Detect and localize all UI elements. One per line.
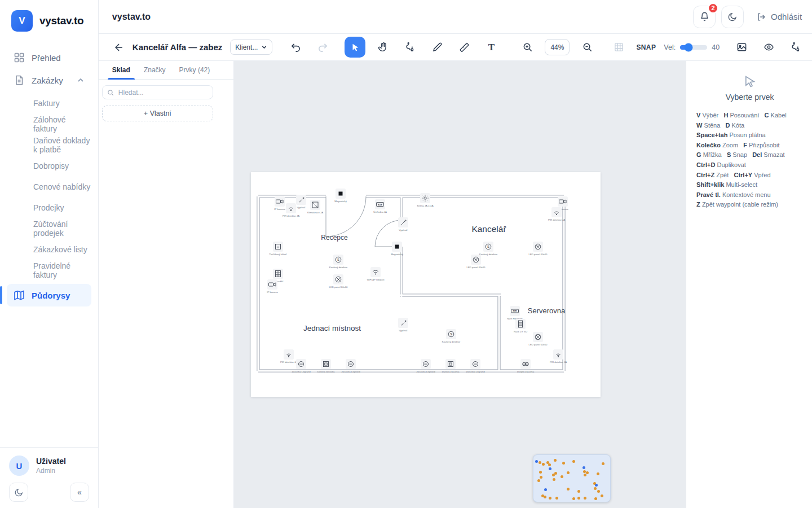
minimap-dot-orange xyxy=(554,472,557,475)
svg-text:IP kamera: IP kamera xyxy=(274,208,285,211)
plan-element-datasocket[interactable]: Datová zásuvka xyxy=(442,359,460,373)
pan-tool-button[interactable] xyxy=(373,38,392,57)
tab-prvky[interactable]: Prvky (42) xyxy=(174,61,216,79)
minimap-dot-blue xyxy=(595,484,598,487)
plan-element-socket[interactable]: Zásuvka Legrand xyxy=(416,359,435,373)
size-control: Vel: 40 xyxy=(664,43,720,51)
text-tool-button[interactable]: T xyxy=(482,38,501,57)
cables-layer-button[interactable] xyxy=(786,38,805,57)
theme-toggle-button[interactable] xyxy=(721,6,744,28)
select-tool-button[interactable] xyxy=(345,37,365,58)
minimap-dot-orange xyxy=(572,497,575,500)
plan-element-ezs[interactable]: EZSÚstředna JA xyxy=(373,199,387,213)
tab-sklad[interactable]: Sklad xyxy=(107,61,136,79)
floorplan-paper[interactable]: IP kameraPIR detektor JAVypínačKlimatiza… xyxy=(251,172,601,397)
minimap-dot-orange xyxy=(542,463,545,466)
plan-element-button[interactable]: Tlačítkový hlásič xyxy=(269,242,287,256)
sidebar-item-label: Zakázky xyxy=(32,76,63,85)
size-slider-knob[interactable] xyxy=(684,43,692,51)
plan-element-switch[interactable]: Vypínač xyxy=(296,195,306,209)
sidebar-item-pravidelne-faktury[interactable]: Pravidelné faktury xyxy=(7,260,91,281)
user-card: U Uživatel Admin xyxy=(9,456,89,476)
sidebar-item-dobropisy[interactable]: Dobropisy xyxy=(7,155,91,176)
sidebar-item-zuctovani-prodejek[interactable]: Zúčtování prodejek xyxy=(7,218,91,239)
svg-text:PIR detektor JA: PIR detektor JA xyxy=(548,218,565,221)
plan-element-nvr[interactable]: NVRNVR Hikvision xyxy=(507,306,523,320)
sidebar-item-zakazkove-listy[interactable]: Zákazkové listy xyxy=(7,239,91,260)
sidebar-item-zakazky[interactable]: Zakázky xyxy=(7,69,91,91)
sidebar-nav: Přehled Zakázky Faktury Zálohové faktury… xyxy=(0,40,98,306)
theme-toggle-button[interactable] xyxy=(9,483,28,502)
sidebar-item-faktury[interactable]: Faktury xyxy=(7,93,91,113)
library-tabs: Sklad Značky Prvky (42) xyxy=(99,61,233,80)
page-title: vystav.to xyxy=(112,12,151,22)
size-slider[interactable] xyxy=(680,45,707,50)
zoom-level[interactable]: 44% xyxy=(545,39,570,55)
plan-element-doublesocket[interactable]: Dvojitá zásuvka xyxy=(517,359,535,373)
svg-text:LED panel 60x60: LED panel 60x60 xyxy=(466,266,486,269)
add-custom-element-button[interactable]: + Vlastní xyxy=(102,106,213,121)
plan-element-hvac[interactable]: Klimatizace JA xyxy=(307,200,323,214)
svg-text:Zásuvka Legrand: Zásuvka Legrand xyxy=(292,370,311,373)
shortcut-list: V Výběr H Posouvání C KabelW Stěna D Kót… xyxy=(691,111,809,210)
editor-canvas[interactable]: IP kameraPIR detektor JAVypínačKlimatiza… xyxy=(234,61,686,508)
measure-tool-button[interactable] xyxy=(454,38,474,57)
plan-element-magnet[interactable]: Magnetický xyxy=(391,242,404,256)
logout-button[interactable]: Odhlásit xyxy=(756,12,802,22)
background-image-button[interactable] xyxy=(732,38,751,57)
redo-button[interactable] xyxy=(313,38,332,57)
visibility-button[interactable] xyxy=(759,38,778,57)
plan-element-datasocket[interactable]: Datová zásuvka xyxy=(317,359,335,373)
minimap-dot-orange xyxy=(539,461,541,464)
minimap-dot-orange xyxy=(553,478,555,481)
plan-element-magnet[interactable]: Magnetický xyxy=(334,189,347,203)
sidebar-collapse-button[interactable]: « xyxy=(70,483,89,502)
minimap-dot-orange xyxy=(540,476,542,479)
plan-element-switch[interactable]: Vypínač xyxy=(398,217,408,231)
chevron-up-icon[interactable] xyxy=(77,76,85,84)
plan-element-led[interactable]: LED panel 60x60 xyxy=(329,274,348,288)
snap-toggle[interactable]: SNAP xyxy=(636,43,656,51)
svg-text:LED panel 60x60: LED panel 60x60 xyxy=(329,286,348,288)
client-select[interactable]: Klient... xyxy=(230,40,272,55)
plan-element-wifi[interactable]: WiFi AP Ubiquiti xyxy=(367,267,384,281)
cable-tool-button[interactable] xyxy=(400,38,420,57)
plan-element-smoke[interactable]: SKouřový detektor xyxy=(442,329,461,343)
draw-tool-button[interactable] xyxy=(427,38,447,57)
avatar: U xyxy=(9,456,29,476)
sidebar: V vystav.to Přehled Zakázky Faktury Zálo… xyxy=(0,0,99,508)
plan-element-smoke[interactable]: SKouřový detektor xyxy=(479,242,498,256)
plan-element-camera[interactable]: IP kamera xyxy=(274,196,285,211)
zoom-in-button[interactable] xyxy=(518,38,537,57)
plan-element-socket[interactable]: Zásuvka Legrand xyxy=(466,359,485,373)
plan-element-led[interactable]: LED panel 60x60 xyxy=(466,255,486,269)
plan-element-rack[interactable]: Rack 19" 6U xyxy=(514,319,527,333)
room-label: Recepce xyxy=(321,234,348,242)
minimap-dot-orange xyxy=(548,463,551,466)
plan-element-camera[interactable]: IP kamera xyxy=(267,279,278,294)
top-header: vystav.to 2 Odhlásit xyxy=(99,0,812,34)
tab-znacky[interactable]: Značky xyxy=(138,61,171,79)
plan-element-led[interactable]: LED panel 60x60 xyxy=(528,242,548,256)
zoom-out-button[interactable] xyxy=(577,38,597,57)
sidebar-item-prodejky[interactable]: Prodejky xyxy=(7,197,91,218)
sidebar-item-pudorysy[interactable]: Půdorysy xyxy=(7,284,91,306)
undo-button[interactable] xyxy=(286,38,305,57)
sidebar-item-zalohove-faktury[interactable]: Zálohové faktury xyxy=(7,113,91,134)
sidebar-item-danove-doklady[interactable]: Daňové doklady k platbě xyxy=(7,134,91,155)
minimap-dot-orange xyxy=(555,497,558,500)
notifications-button[interactable]: 2 xyxy=(693,6,716,28)
plan-element-socket[interactable]: Zásuvka Legrand xyxy=(341,359,360,373)
minimap-dot-orange xyxy=(562,462,565,465)
plan-element-switch[interactable]: Vypínač xyxy=(398,318,408,332)
sidebar-item-prehled[interactable]: Přehled xyxy=(7,46,91,69)
search-input[interactable] xyxy=(117,88,208,97)
back-button[interactable] xyxy=(113,42,125,53)
sidebar-item-cenove-nabidky[interactable]: Cenové nabídky xyxy=(7,176,91,197)
plan-element-led[interactable]: LED panel 60x60 xyxy=(528,332,548,346)
plan-element-pir[interactable]: PIR detektor JA xyxy=(280,349,297,364)
plan-element-smoke[interactable]: SKouřový detektor xyxy=(329,255,348,269)
minimap[interactable] xyxy=(533,454,611,502)
library-search[interactable] xyxy=(102,85,213,99)
grid-toggle-button[interactable] xyxy=(609,38,628,57)
